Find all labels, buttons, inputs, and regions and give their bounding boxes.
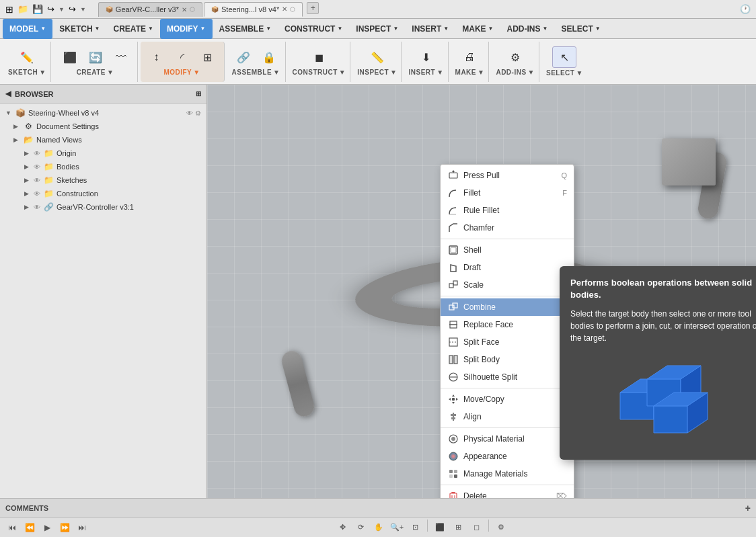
menu-item-silhouettesplit[interactable]: Silhouette Split [441,368,574,386]
undo-icon[interactable]: ↩ [47,4,54,14]
toolbar-btn-joint[interactable]: 🔗 [231,47,256,67]
menu-item-movecopy[interactable]: Move/Copy M [441,390,574,408]
svg-rect-28 [449,470,453,473]
menu-item-combine[interactable]: Combine ↵ [441,298,574,316]
menu-item-inspect[interactable]: INSPECT ▼ [349,19,405,39]
toolbar-btn-extrude[interactable]: ⬛ [58,47,82,67]
tree-gear-icon-root[interactable]: ⚙ [195,110,201,117]
tab-close-steering[interactable]: ✕ [282,5,287,13]
menu-item-splitface[interactable]: Split Face [441,333,574,351]
settings-button[interactable]: ⚙ [493,520,509,536]
tab-gearvr[interactable]: 📦 GearVR-C...ller v3* ✕ ⬡ [98,2,202,17]
orbit-tool-button[interactable]: ⟳ [352,520,369,536]
menu-item-shell[interactable]: Shell [441,241,574,259]
toolbar-btn-make[interactable]: 🖨 [457,47,482,67]
toolbar-btn-addins[interactable]: ⚙ [503,47,527,67]
divider-4 [441,427,574,428]
tree-eye-construction[interactable]: 👁 [34,190,40,198]
menu-item-sketch[interactable]: SKETCH ▼ [52,19,106,39]
menu-item-select[interactable]: SELECT ▼ [554,19,607,39]
tree-item-root[interactable]: ▼ 📦 Steering-Wheel v8 v4 👁 ⚙ [0,106,206,120]
toolbar-group-sketch: ✏️ SKETCH ▼ [4,42,51,82]
file-icon[interactable]: 📁 [17,4,28,14]
nav-end-button[interactable]: ⏭ [75,521,89,534]
tree-item-origin[interactable]: ▶ 👁 📁 Origin [0,147,206,160]
move-tool-button[interactable]: ✥ [334,520,350,536]
grid-button[interactable]: ⊞ [450,520,466,536]
tree-item-docsettings[interactable]: ▶ ⚙ Document Settings [0,120,206,133]
viewcube-button[interactable]: ◻ [468,520,484,536]
sidebar-collapse-icon[interactable]: ◀ [5,89,11,98]
toolbar-btn-plane[interactable]: ◼ [307,47,331,67]
menu-item-replaceface[interactable]: Replace Face [441,316,574,333]
toolbar-btn-measure[interactable]: 📏 [365,47,389,67]
menu-item-addins[interactable]: ADD-INS ▼ [500,19,555,39]
svg-rect-21 [452,398,455,401]
toolbar-btn-sweep[interactable]: 〰 [109,47,133,67]
tree-eye-gearvrlink[interactable]: 👁 [34,204,40,211]
viewport[interactable]: Press Pull Q Fillet F Rule Fillet [207,85,756,498]
zoom-in-button[interactable]: 🔍+ [389,520,405,536]
comments-add-button[interactable]: + [745,503,751,513]
tree-item-bodies[interactable]: ▶ 👁 📁 Bodies [0,160,206,173]
tab-close-gearvr[interactable]: ✕ [182,6,187,13]
toolbar-group-construct: ◼ CONSTRUCT ▼ [289,42,351,82]
menu-item-fillet[interactable]: Fillet F [441,184,574,202]
pan-tool-button[interactable]: ✋ [371,520,387,536]
tooltip-description: Select the target body then select one o… [570,308,756,344]
tree-eye-origin[interactable]: 👁 [34,150,40,157]
tree-item-gearvrlink[interactable]: ▶ 👁 🔗 GearVR-Controller v3:1 [0,200,206,214]
tree-eye-icon-root[interactable]: 👁 [186,110,193,117]
separator-1 [427,520,428,532]
menu-item-insert[interactable]: INSERT ▼ [405,19,455,39]
sidebar-settings-icon[interactable]: ⊞ [196,90,201,97]
menu-item-scale[interactable]: Scale [441,276,574,294]
tree-eye-sketches[interactable]: 👁 [34,177,40,184]
menu-item-construct[interactable]: CONSTRUCT ▼ [278,19,349,39]
tree-item-sketches[interactable]: ▶ 👁 📁 Sketches [0,173,206,187]
nav-beginning-button[interactable]: ⏮ [5,521,19,534]
menu-item-appearance[interactable]: Appearance A [441,448,574,465]
toolbar-btn-fillet[interactable]: ◜ [170,47,194,67]
menu-item-create[interactable]: CREATE ▼ [107,19,160,39]
nav-next-button[interactable]: ⏩ [58,521,71,534]
menu-item-rulefillet[interactable]: Rule Fillet [441,202,574,219]
menu-item-make[interactable]: MAKE ▼ [455,19,500,39]
toolbar-btn-combine-tb[interactable]: ⊞ [196,47,220,67]
toolbar-btn-sketch[interactable]: ✏️ [15,47,39,67]
menu-item-draft[interactable]: Draft [441,259,574,276]
add-tab-button[interactable]: + [307,2,319,14]
nav-play-button[interactable]: ▶ [40,521,54,534]
save-icon[interactable]: 💾 [32,4,43,14]
menu-item-presspull[interactable]: Press Pull Q [441,167,574,184]
combine-tooltip: Performs boolean operations between soli… [560,266,756,460]
tree-label-bodies: Bodies [56,163,79,171]
toolbar-btn-revolve[interactable]: 🔄 [83,47,108,67]
nav-prev-button[interactable]: ⏪ [23,521,36,534]
redo-icon[interactable]: ↪ [69,4,76,14]
toolbar-label-construct: CONSTRUCT ▼ [293,69,346,76]
tree-item-construction[interactable]: ▶ 👁 📁 Construction [0,187,206,200]
menu-item-chamfer[interactable]: Chamfer [441,219,574,237]
toolbar-label-create: CREATE ▼ [77,69,114,76]
menu-item-modify[interactable]: MODIFY ▼ [160,19,213,39]
menu-item-align[interactable]: Align [441,408,574,425]
menu-item-splitbody[interactable]: Split Body [441,351,574,368]
undo-caret[interactable]: ▼ [59,6,65,13]
menu-item-managematerials[interactable]: Manage Materials [441,465,574,483]
redo-caret[interactable]: ▼ [80,6,86,13]
toolbar-btn-rigid[interactable]: 🔒 [257,47,281,67]
tree-eye-bodies[interactable]: 👁 [34,163,40,171]
toolbar-btn-presspull[interactable]: ↕ [145,47,169,67]
tree-caret-root[interactable]: ▼ [5,110,12,116]
menu-item-physicalmaterial[interactable]: Physical Material [441,430,574,448]
menu-item-delete[interactable]: Delete ⌦ [441,487,574,498]
toolbar-btn-insert[interactable]: ⬇ [414,47,439,67]
display-mode-button[interactable]: ⬛ [432,520,448,536]
menu-item-model[interactable]: MODEL ▼ [3,19,52,39]
zoom-fit-button[interactable]: ⊡ [407,520,423,536]
menu-item-assemble[interactable]: ASSEMBLE ▼ [213,19,278,39]
tree-item-namedviews[interactable]: ▶ 📂 Named Views [0,133,206,147]
tab-steering[interactable]: 📦 Steering...l v8 v4* ✕ ⬡ [204,2,303,17]
toolbar-btn-select[interactable]: ↖ [552,46,576,68]
